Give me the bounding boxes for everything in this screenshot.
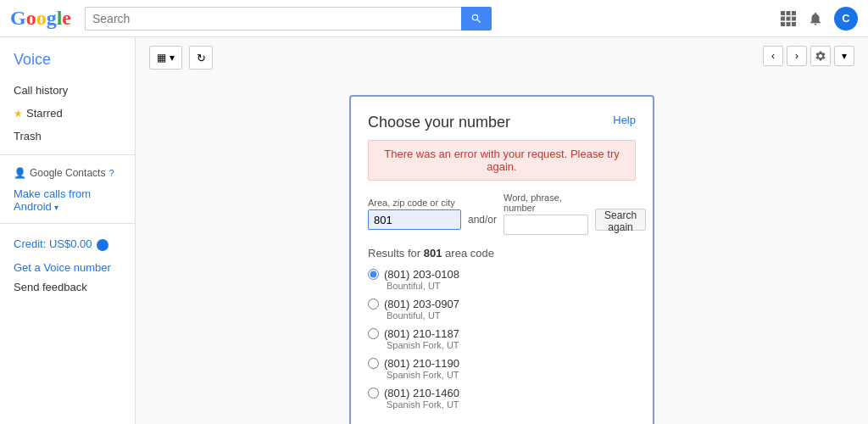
phone-item-0: (801) 203-0108 Bountiful, UT xyxy=(368,268,636,291)
choose-number-dialog: Choose your number Help There was an err… xyxy=(349,95,654,424)
main-content: ▦ ▾ ↻ ‹ › ▾ Choose your number Help Ther… xyxy=(136,37,868,424)
area-input[interactable] xyxy=(368,209,461,230)
area-label: Area, zip code or city xyxy=(368,198,461,208)
toolbar: ▦ ▾ ↻ xyxy=(136,37,868,78)
header-search-input[interactable] xyxy=(85,7,461,31)
page-layout: Voice Call history ★ Starred Trash 👤 Goo… xyxy=(0,37,868,424)
dialog-title: Choose your number xyxy=(368,114,510,131)
help-link[interactable]: Help xyxy=(613,114,636,126)
refresh-icon: ↻ xyxy=(197,52,206,64)
header-search xyxy=(85,7,492,31)
help-icon[interactable]: ? xyxy=(108,168,114,178)
chevron-down-icon: ▾ xyxy=(170,52,175,64)
phone-radio-1[interactable] xyxy=(368,298,379,310)
app-header: Google C xyxy=(0,0,868,37)
dialog-container: Choose your number Help There was an err… xyxy=(136,78,868,424)
area-field-group: Area, zip code or city xyxy=(368,198,461,230)
dialog-header: Choose your number Help xyxy=(368,114,636,131)
phone-location-3: Spanish Fork, UT xyxy=(387,370,636,380)
search-icon xyxy=(470,13,482,25)
svg-rect-8 xyxy=(792,22,796,26)
word-field-group: Word, phrase, number xyxy=(504,192,588,235)
grid-view-icon: ▦ xyxy=(157,52,166,64)
svg-rect-4 xyxy=(787,16,791,20)
sidebar-get-voice-number[interactable]: Get a Voice number xyxy=(0,258,135,277)
prev-button[interactable]: ‹ xyxy=(763,46,783,66)
phone-item-3: (801) 210-1190 Spanish Fork, UT xyxy=(368,357,636,380)
notifications-icon[interactable] xyxy=(807,10,824,27)
chevron-down-icon: ▾ xyxy=(54,203,58,212)
sidebar-google-contacts: 👤 Google Contacts ? xyxy=(0,162,135,184)
avatar[interactable]: C xyxy=(834,7,858,31)
phone-location-4: Spanish Fork, UT xyxy=(387,399,636,410)
phone-item-2: (801) 210-1187 Spanish Fork, UT xyxy=(368,327,636,350)
gear-icon xyxy=(815,50,826,62)
sidebar-divider-2 xyxy=(0,223,135,224)
svg-rect-2 xyxy=(792,11,796,15)
phone-location-1: Bountiful, UT xyxy=(387,310,636,321)
svg-rect-5 xyxy=(792,16,796,20)
phone-radio-4[interactable] xyxy=(368,388,379,399)
header-search-button[interactable] xyxy=(461,7,492,31)
view-toggle-button[interactable]: ▦ ▾ xyxy=(149,46,182,70)
sidebar-send-feedback[interactable]: Send feedback xyxy=(0,277,135,297)
phone-radio-3[interactable] xyxy=(368,358,379,369)
search-again-button[interactable]: Search again xyxy=(595,209,646,231)
svg-rect-0 xyxy=(781,11,785,15)
main-nav-controls: ‹ › ▾ xyxy=(763,46,854,66)
add-credit-button[interactable]: + xyxy=(97,239,108,251)
error-banner: There was an error with your request. Pl… xyxy=(368,140,636,181)
svg-rect-6 xyxy=(781,22,785,26)
phone-location-0: Bountiful, UT xyxy=(387,281,636,291)
refresh-button[interactable]: ↻ xyxy=(189,46,213,70)
apps-icon[interactable] xyxy=(780,10,797,27)
phone-location-2: Spanish Fork, UT xyxy=(387,340,636,350)
next-button[interactable]: › xyxy=(787,46,807,66)
andor-label: and/or xyxy=(468,202,497,226)
person-icon: 👤 xyxy=(14,167,26,179)
sidebar: Voice Call history ★ Starred Trash 👤 Goo… xyxy=(0,37,136,424)
sidebar-item-trash[interactable]: Trash xyxy=(0,125,135,148)
phone-list: (801) 203-0108 Bountiful, UT (801) 203-0… xyxy=(368,268,636,410)
sidebar-divider xyxy=(0,154,135,155)
header-right: C xyxy=(780,7,858,31)
svg-rect-1 xyxy=(787,11,791,15)
sidebar-credit: Credit: US$0.00 + xyxy=(0,231,135,258)
word-input[interactable] xyxy=(504,215,588,235)
results-label: Results for 801 area code xyxy=(368,247,636,259)
search-form: Area, zip code or city and/or Word, phra… xyxy=(368,192,636,235)
word-label: Word, phrase, number xyxy=(504,192,588,213)
sidebar-item-starred[interactable]: ★ Starred xyxy=(0,102,135,125)
phone-item-1: (801) 203-0907 Bountiful, UT xyxy=(368,298,636,321)
phone-item-4: (801) 210-1460 Spanish Fork, UT xyxy=(368,387,636,410)
google-logo: Google xyxy=(10,7,71,30)
svg-rect-3 xyxy=(781,16,785,20)
sidebar-title: Voice xyxy=(0,47,135,79)
sidebar-item-call-history[interactable]: Call history xyxy=(0,79,135,102)
phone-radio-2[interactable] xyxy=(368,328,379,339)
phone-radio-0[interactable] xyxy=(368,269,379,280)
svg-rect-7 xyxy=(787,22,791,26)
more-button[interactable]: ▾ xyxy=(834,46,854,66)
star-icon: ★ xyxy=(14,108,23,120)
sidebar-android-link[interactable]: Make calls from Android ▾ xyxy=(0,184,135,216)
settings-button[interactable] xyxy=(810,46,831,66)
